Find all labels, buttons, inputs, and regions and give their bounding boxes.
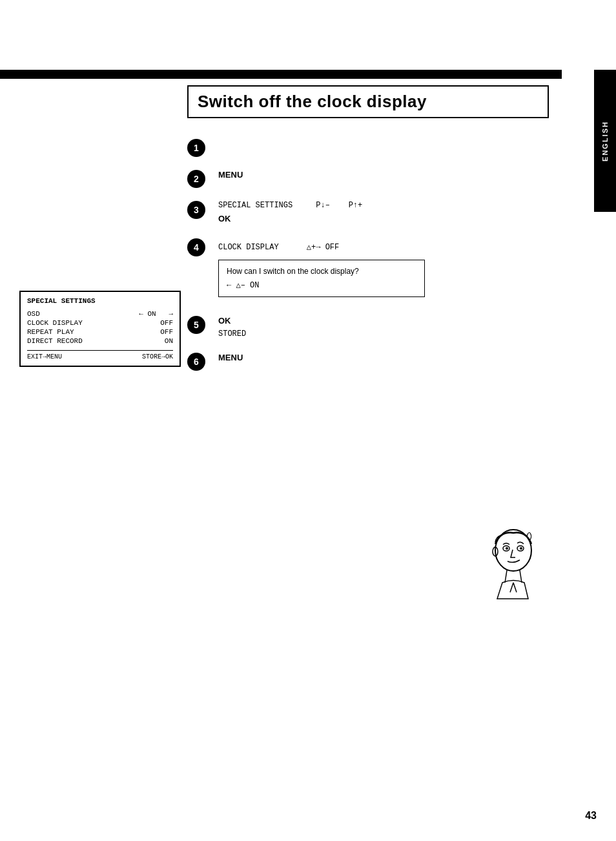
menu-screen-footer: EXIT→MENU STORE→OK bbox=[27, 350, 173, 360]
step-3-number: 3 bbox=[187, 201, 205, 219]
top-bar bbox=[0, 70, 562, 79]
step-3-ok: OK bbox=[218, 214, 231, 223]
osd-label: OSD bbox=[27, 310, 40, 318]
clock-label: CLOCK DISPLAY bbox=[27, 319, 83, 327]
tip-line1: How can I switch on the clock display? bbox=[227, 265, 416, 277]
footer-store: STORE→OK bbox=[142, 353, 173, 360]
menu-screen-rows: OSD ← ON → CLOCK DISPLAY OFF REPEAT PLAY… bbox=[27, 310, 173, 345]
clock-section: CLOCK DISPLAY △+→ OFF bbox=[218, 240, 491, 253]
direct-value: ON bbox=[165, 337, 173, 345]
step-5-number: 5 bbox=[187, 316, 205, 334]
step-1: 1 bbox=[187, 138, 562, 157]
step-4-number: 4 bbox=[187, 238, 205, 256]
menu-row-clock: CLOCK DISPLAY OFF bbox=[27, 319, 173, 327]
repeat-value: OFF bbox=[160, 328, 173, 336]
step-6-menu: MENU bbox=[218, 353, 243, 362]
step-3: 3 SPECIAL SETTINGS P↓– P↑+ OK bbox=[187, 200, 562, 225]
menu-screen: SPECIAL SETTINGS OSD ← ON → CLOCK DISPLA… bbox=[19, 291, 181, 367]
page-title: Switch off the clock display bbox=[198, 92, 539, 112]
svg-point-3 bbox=[506, 547, 508, 550]
step-5-content: OK STORED bbox=[218, 315, 562, 340]
step-5-stored: STORED bbox=[218, 329, 246, 338]
step-2: 2 MENU bbox=[187, 169, 562, 188]
title-box: Switch off the clock display bbox=[187, 85, 549, 118]
step-2-content: MENU bbox=[218, 169, 562, 182]
clock-display-text: CLOCK DISPLAY △+→ OFF bbox=[218, 243, 339, 252]
step-5-ok: OK bbox=[218, 316, 231, 326]
step-4-content: CLOCK DISPLAY △+→ OFF How can I switch o… bbox=[218, 237, 491, 297]
step-5: 5 OK STORED bbox=[187, 315, 562, 340]
step-2-text: MENU bbox=[218, 170, 243, 180]
step-6-number: 6 bbox=[187, 353, 205, 371]
step-2-number: 2 bbox=[187, 170, 205, 188]
menu-screen-title: SPECIAL SETTINGS bbox=[27, 297, 173, 305]
osd-value: ← ON → bbox=[139, 310, 173, 318]
menu-row-direct: DIRECT RECORD ON bbox=[27, 337, 173, 345]
page-number: 43 bbox=[585, 810, 597, 822]
step-1-number: 1 bbox=[187, 139, 205, 157]
direct-label: DIRECT RECORD bbox=[27, 337, 83, 345]
tip-box: How can I switch on the clock display? ←… bbox=[218, 260, 425, 297]
sidebar-label: ENGLISH bbox=[601, 121, 609, 161]
step-4: 4 CLOCK DISPLAY △+→ OFF How can I switch… bbox=[187, 237, 562, 308]
main-content: Switch off the clock display 1 2 MENU 3 … bbox=[187, 79, 562, 382]
step-6: 6 MENU bbox=[187, 351, 562, 371]
step-3-content: SPECIAL SETTINGS P↓– P↑+ OK bbox=[218, 200, 562, 225]
footer-exit: EXIT→MENU bbox=[27, 353, 62, 360]
svg-point-4 bbox=[520, 547, 522, 550]
step-6-content: MENU bbox=[218, 351, 562, 364]
repeat-label: REPEAT PLAY bbox=[27, 328, 74, 336]
menu-row-osd: OSD ← ON → bbox=[27, 310, 173, 318]
menu-row-repeat: REPEAT PLAY OFF bbox=[27, 328, 173, 336]
step-3-line1: SPECIAL SETTINGS P↓– P↑+ bbox=[218, 200, 562, 211]
sidebar-english: ENGLISH bbox=[594, 70, 616, 212]
tip-line2: ← △– ON bbox=[227, 280, 416, 291]
clock-value: OFF bbox=[160, 319, 173, 327]
person-svg bbox=[478, 528, 542, 605]
person-illustration bbox=[478, 528, 542, 605]
